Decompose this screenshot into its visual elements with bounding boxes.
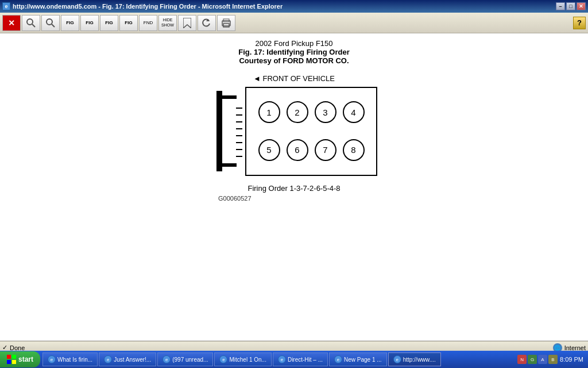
maximize-button[interactable]: □: [566, 2, 575, 10]
taskbar-item-3[interactable]: e Mitchel 1 On...: [214, 352, 271, 366]
logo-q3: [7, 360, 11, 364]
taskbar-right: N G A B 8:09 PM: [517, 355, 588, 364]
svg-rect-7: [223, 24, 229, 27]
title-bar-controls: – □ ✕: [556, 2, 586, 10]
status-text: Done: [10, 344, 279, 351]
cylinder-7: 7: [315, 139, 336, 161]
windows-logo: [7, 355, 16, 364]
taskbar-item-4[interactable]: e Direct-Hit – ...: [273, 352, 328, 366]
cylinder-8: 8: [343, 139, 365, 161]
engine-block: 1 2 3 4 5 6 7 8: [245, 87, 377, 176]
taskbar-item-1[interactable]: e Just Answer!...: [99, 352, 156, 366]
title-bar: e http://www.ondemand5.com - Fig. 17: Id…: [0, 0, 588, 13]
taskbar-item-6[interactable]: e http://www....: [388, 352, 441, 366]
taskbar-item-label-6: http://www....: [403, 356, 436, 363]
svg-marker-4: [183, 18, 191, 28]
svg-line-1: [32, 24, 35, 27]
fig-button3[interactable]: FIG: [100, 15, 118, 31]
zone-label: Internet: [564, 344, 586, 351]
tray-icon-2: G: [528, 355, 537, 364]
cylinder-5: 5: [258, 139, 280, 161]
logo-q2: [12, 355, 16, 359]
taskbar-item-2[interactable]: e (997 unread...: [157, 352, 213, 366]
taskbar-ie-icon-1: e: [104, 355, 112, 363]
find-button[interactable]: FND: [139, 15, 157, 31]
search2-button[interactable]: [41, 15, 60, 31]
svg-point-2: [47, 19, 52, 25]
logo-q4: [12, 360, 16, 364]
taskbar-ie-icon-5: e: [334, 355, 342, 363]
main-content: 2002 Ford Pickup F150 Fig. 17: Identifyi…: [0, 33, 588, 341]
taskbar-item-label-2: (997 unread...: [172, 356, 208, 363]
start-label: start: [18, 355, 33, 363]
title-bar-left: e http://www.ondemand5.com - Fig. 17: Id…: [2, 2, 283, 10]
taskbar-item-5[interactable]: e New Page 1 ...: [329, 352, 387, 366]
clock: 8:09 PM: [560, 356, 583, 363]
fig-button2[interactable]: FIG: [80, 15, 99, 31]
start-button[interactable]: start: [0, 351, 40, 367]
tray-icon-1: N: [517, 355, 527, 364]
tray-icon-4: B: [548, 355, 558, 364]
left-bracket: [211, 85, 245, 177]
taskbar-item-label-0: What Is firin...: [57, 356, 92, 363]
bracket-svg: [211, 85, 245, 177]
top-cylinder-row: 1 2 3 4: [255, 101, 368, 123]
system-tray: N G A B: [517, 355, 558, 364]
fig-button4[interactable]: FIG: [119, 15, 138, 31]
taskbar-item-label-1: Just Answer!...: [114, 356, 151, 363]
diagram-code: G00060527: [218, 195, 252, 202]
refresh-button[interactable]: [198, 15, 216, 31]
svg-rect-11: [216, 163, 237, 167]
svg-line-3: [52, 24, 55, 27]
close-button[interactable]: ✕: [577, 2, 586, 10]
cylinder-6: 6: [287, 139, 308, 161]
taskbar-ie-icon-3: e: [219, 355, 227, 363]
hide-show-button[interactable]: HIDESHOW: [158, 15, 177, 31]
diagram-container: ◄ FRONT OF VEHICLE: [11, 74, 577, 202]
figure-title: Fig. 17: Identifying Firing Order: [11, 48, 577, 56]
cylinder-3: 3: [315, 101, 336, 123]
print-button[interactable]: [217, 15, 235, 31]
fig-button1[interactable]: FIG: [61, 15, 79, 31]
courtesy-line: Courtesy of FORD MOTOR CO.: [11, 56, 577, 65]
taskbar-item-label-5: New Page 1 ...: [344, 356, 382, 363]
search-button[interactable]: [22, 15, 40, 31]
page-header: 2002 Ford Pickup F150 Fig. 17: Identifyi…: [11, 39, 577, 65]
taskbar-ie-icon-0: e: [48, 355, 56, 363]
firing-order-label: Firing Order 1-3-7-2-6-5-4-8: [247, 184, 340, 193]
cylinder-2: 2: [287, 101, 308, 123]
cylinder-4: 4: [343, 101, 365, 123]
tray-icon-3: A: [538, 355, 547, 364]
taskbar-ie-icon-4: e: [278, 355, 286, 363]
svg-point-0: [27, 19, 33, 25]
taskbar-ie-icon-6: e: [393, 355, 401, 363]
taskbar-ie-icon-2: e: [163, 355, 171, 363]
vehicle-title: 2002 Ford Pickup F150: [11, 39, 577, 48]
back-stop-button[interactable]: ✕: [2, 15, 21, 31]
cylinder-1: 1: [258, 101, 280, 123]
help-button[interactable]: ?: [573, 17, 586, 29]
taskbar-item-label-3: Mitchel 1 On...: [229, 356, 266, 363]
engine-diagram: 1 2 3 4 5 6 7 8: [211, 85, 377, 177]
svg-rect-9: [216, 91, 222, 171]
bookmark-button[interactable]: [178, 15, 196, 31]
front-of-vehicle-label: ◄ FRONT OF VEHICLE: [253, 74, 335, 83]
bottom-cylinder-row: 5 6 7 8: [255, 139, 368, 161]
svg-rect-10: [216, 95, 237, 99]
minimize-button[interactable]: –: [556, 2, 565, 10]
taskbar: start e What Is firin... e Just Answer!.…: [0, 351, 588, 368]
taskbar-item-label-4: Direct-Hit – ...: [288, 356, 323, 363]
taskbar-item-0[interactable]: e What Is firin...: [42, 352, 98, 366]
logo-q1: [7, 355, 11, 359]
window-title: http://www.ondemand5.com - Fig. 17: Iden…: [13, 3, 283, 10]
toolbar: ✕ FIG FIG FIG FIG FND HIDESHOW ?: [0, 13, 588, 33]
ie-window-icon: e: [2, 2, 10, 10]
